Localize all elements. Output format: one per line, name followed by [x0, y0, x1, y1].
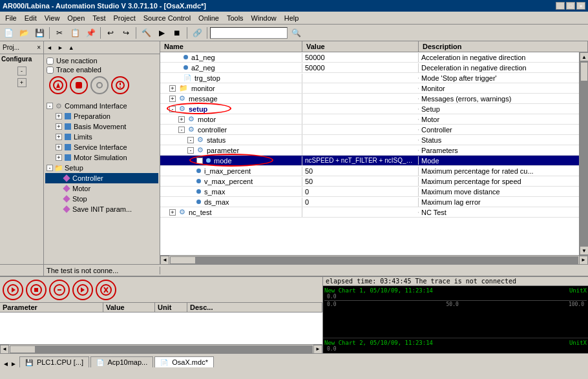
action-btn-2[interactable]	[70, 76, 88, 94]
expand-nctest-icon[interactable]: +	[169, 209, 176, 216]
chart1-line	[324, 300, 587, 301]
tab-osax[interactable]: 📄 OsaX.mdc*	[154, 356, 214, 367]
expand-svcif[interactable]: +	[56, 144, 62, 150]
open-btn[interactable]: 📂	[17, 26, 31, 39]
expand-setup[interactable]: -	[47, 165, 53, 171]
use-ncaction-checkbox[interactable]	[47, 57, 54, 65]
dot-icon-s-max	[196, 189, 201, 194]
save-btn[interactable]: 💾	[32, 26, 47, 39]
bottom-btn-3[interactable]	[49, 280, 70, 300]
tree-item-motorsim[interactable]: + Motor Simulation	[45, 152, 158, 163]
val-s-max: 0	[302, 187, 419, 196]
connect-btn[interactable]: 🔗	[190, 26, 204, 39]
tab-nav-right[interactable]: ►	[10, 360, 17, 367]
chart1-axis: 0.0	[324, 294, 587, 300]
vscroll-down[interactable]: ▼	[580, 246, 588, 255]
hscroll-left[interactable]: ◄	[160, 256, 169, 265]
tree-item-prep[interactable]: + Preparation	[45, 111, 158, 121]
paste-btn[interactable]: 📌	[83, 26, 98, 39]
expand-basis[interactable]: +	[56, 123, 62, 130]
menu-source-control[interactable]: Source Control	[140, 13, 194, 23]
close-btn[interactable]: ×	[576, 2, 585, 10]
action-btn-4[interactable]	[111, 76, 129, 94]
nav-up[interactable]: ▲	[68, 45, 74, 51]
tree-item-limits[interactable]: + Limits	[45, 132, 158, 142]
expand-motor-icon[interactable]: +	[178, 116, 185, 123]
menu-open[interactable]: Open	[63, 13, 89, 23]
nav-back[interactable]: ◄	[47, 45, 52, 51]
vscroll-thumb[interactable]	[580, 62, 588, 81]
tree-item-setup[interactable]: - 📁 Setup	[45, 163, 158, 173]
bottom-btn-1[interactable]	[3, 280, 23, 300]
setup-label: Setup	[65, 164, 83, 172]
val-ds-max: 0	[302, 198, 419, 207]
menu-tools[interactable]: Tools	[223, 13, 247, 23]
menu-edit[interactable]: Edit	[21, 13, 41, 23]
menu-test[interactable]: Test	[89, 13, 109, 23]
menu-help[interactable]: Help	[280, 13, 303, 23]
tree-item-saveinit[interactable]: Save INIT param...	[45, 204, 158, 214]
redo-btn[interactable]: ↪	[119, 26, 133, 39]
expand-prep[interactable]: +	[56, 113, 62, 119]
name-v-max: v_max_percent	[160, 177, 302, 186]
undo-btn[interactable]: ↩	[103, 26, 118, 39]
expand-mode-icon[interactable]: +	[196, 158, 203, 164]
tree-item-stop[interactable]: Stop	[45, 194, 158, 204]
collapse-icon[interactable]: +	[17, 78, 26, 87]
vscroll-up[interactable]: ▲	[580, 52, 588, 61]
bottom-hscroll-thumb[interactable]	[10, 345, 36, 353]
bottom-hscroll-left[interactable]: ◄	[0, 345, 9, 354]
copy-btn[interactable]: 📋	[68, 26, 82, 39]
menu-window[interactable]: Window	[247, 13, 280, 23]
maximize-btn[interactable]: □	[566, 2, 575, 10]
tree-item-svcif[interactable]: + Service Interface	[45, 142, 158, 152]
search-btn[interactable]: 🔍	[289, 26, 303, 39]
tree-item-cmd[interactable]: - ⚙ Command Interface	[45, 101, 158, 111]
action-btn-1[interactable]	[49, 76, 67, 94]
tab-plc1[interactable]: 💾 PLC1.CPU [...]	[19, 356, 89, 367]
action-btn-3[interactable]	[90, 76, 109, 94]
prep-icon	[63, 112, 72, 121]
tree-item-basis[interactable]: + Basis Movement	[45, 121, 158, 132]
menu-project[interactable]: Project	[109, 13, 139, 23]
bottom-btn-5[interactable]	[96, 280, 116, 300]
expand-limits[interactable]: +	[56, 134, 62, 140]
hscroll-thumb[interactable]	[170, 256, 196, 264]
saveinit-icon	[62, 205, 71, 214]
name-motor: + ⚙ motor	[160, 114, 302, 124]
tab-acp10[interactable]: 📄 Acp10map...	[90, 356, 153, 367]
expand-message-icon[interactable]: +	[169, 96, 176, 102]
middle-panel-header: ◄ ► ▲	[44, 41, 160, 54]
tab-nav-left[interactable]: ◄	[3, 360, 9, 367]
search-input[interactable]	[210, 27, 288, 39]
comp-icon-setup: ⚙	[179, 105, 185, 113]
trace-enabled-checkbox[interactable]	[47, 67, 54, 74]
cut-btn[interactable]: ✂	[52, 26, 67, 39]
bottom-btn-2[interactable]	[26, 280, 47, 300]
expand-cmd[interactable]: -	[47, 103, 53, 109]
menu-online[interactable]: Online	[194, 13, 223, 23]
expand-icon[interactable]: -	[17, 67, 26, 76]
proj-close-icon[interactable]: ×	[37, 44, 41, 51]
expand-param-icon[interactable]: -	[187, 147, 194, 154]
menu-view[interactable]: View	[41, 13, 64, 23]
minimize-btn[interactable]: _	[556, 2, 565, 10]
stop-btn[interactable]: ⏹	[170, 26, 184, 39]
dot-icon-mode	[206, 158, 211, 163]
hscroll-right[interactable]: ►	[579, 256, 588, 265]
bottom-hscroll-right[interactable]: ►	[313, 345, 322, 354]
build-btn[interactable]: 🔨	[139, 26, 153, 39]
expand-motorsim[interactable]: +	[56, 154, 62, 161]
run-btn[interactable]: ▶	[154, 26, 169, 39]
new-btn[interactable]: 📄	[1, 26, 16, 39]
tree-item-controller[interactable]: Controller	[45, 173, 158, 183]
expand-status-icon[interactable]: -	[187, 137, 194, 143]
expand-setup-props-icon[interactable]: -	[169, 106, 176, 112]
bottom-btn-4[interactable]	[72, 280, 93, 300]
expand-monitor-icon[interactable]: +	[169, 85, 176, 92]
expand-ctrl-icon[interactable]: -	[178, 127, 185, 133]
tree-item-motor[interactable]: Motor	[45, 183, 158, 194]
nav-forward[interactable]: ►	[58, 45, 63, 51]
props-header: Name Value Description	[160, 41, 588, 52]
menu-file[interactable]: File	[1, 13, 21, 23]
